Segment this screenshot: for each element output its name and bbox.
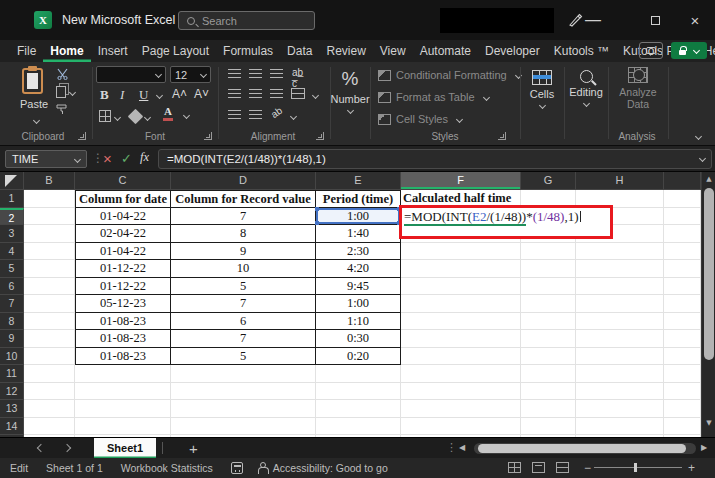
tab-options-dots[interactable]: ⋮ xyxy=(446,441,457,454)
cell-I3[interactable] xyxy=(664,225,701,243)
cell-H6[interactable] xyxy=(576,278,664,296)
cell-E6[interactable]: 9:45 xyxy=(316,278,401,296)
sheet-tab-sheet1[interactable]: Sheet1 xyxy=(94,438,156,459)
row-header-1[interactable]: 1 xyxy=(0,190,24,208)
cell-G11[interactable] xyxy=(521,365,576,383)
italic-button[interactable]: I xyxy=(120,87,124,103)
cell-I12[interactable] xyxy=(664,383,701,401)
cell-H12[interactable] xyxy=(576,383,664,401)
cell-C2[interactable]: 01-04-22 xyxy=(75,208,171,226)
cell-G5[interactable] xyxy=(521,260,576,278)
cell-G12[interactable] xyxy=(521,383,576,401)
workbook-statistics-button[interactable]: Workbook Statistics xyxy=(121,462,213,474)
collapse-ribbon-chevron[interactable] xyxy=(695,133,702,140)
scroll-down-arrow-icon[interactable]: ▼ xyxy=(702,419,715,427)
cell-H10[interactable] xyxy=(576,348,664,366)
menu-item-developer[interactable]: Developer xyxy=(478,40,547,62)
horizontal-scrollbar-thumb[interactable] xyxy=(478,444,686,453)
cell-D4[interactable]: 9 xyxy=(171,243,316,261)
cell-D10[interactable]: 5 xyxy=(171,348,316,366)
cell-I14[interactable] xyxy=(664,418,701,436)
cell-E13[interactable] xyxy=(316,400,401,418)
next-sheet-arrow[interactable] xyxy=(63,444,71,452)
cell-B5[interactable] xyxy=(24,260,75,278)
normal-view-button[interactable] xyxy=(508,462,521,473)
menu-item-kutools[interactable]: Kutools ™ xyxy=(547,40,616,62)
col-header-C[interactable]: C xyxy=(75,172,171,190)
cell-B8[interactable] xyxy=(24,313,75,331)
cell-F7[interactable] xyxy=(401,295,521,313)
cut-icon[interactable] xyxy=(56,68,69,80)
borders-icon[interactable] xyxy=(99,110,111,122)
cell-E4[interactable]: 2:30 xyxy=(316,243,401,261)
cell-B6[interactable] xyxy=(24,278,75,296)
cell-B4[interactable] xyxy=(24,243,75,261)
menu-item-page-layout[interactable]: Page Layout xyxy=(135,40,216,62)
cell-F10[interactable] xyxy=(401,348,521,366)
share-button[interactable] xyxy=(671,42,707,59)
cell-C1[interactable]: Column for date xyxy=(75,190,171,208)
cell-B10[interactable] xyxy=(24,348,75,366)
close-button[interactable]: × xyxy=(680,8,710,32)
cell-E11[interactable] xyxy=(316,365,401,383)
cell-C11[interactable] xyxy=(75,365,171,383)
menu-item-insert[interactable]: Insert xyxy=(91,40,135,62)
cell-E9[interactable]: 0:30 xyxy=(316,330,401,348)
row-header-4[interactable]: 4 xyxy=(0,243,24,261)
analyze-data-button[interactable]: Analyze Data xyxy=(612,67,664,110)
cell-B14[interactable] xyxy=(24,418,75,436)
row-header-2[interactable]: 2 xyxy=(0,208,24,226)
zoom-slider[interactable] xyxy=(594,467,682,468)
row-header-8[interactable]: 8 xyxy=(0,313,24,331)
excel-app-icon[interactable]: X xyxy=(34,11,52,29)
decrease-font-size-button[interactable]: A˅ xyxy=(194,87,209,101)
col-header-D[interactable]: D xyxy=(171,172,316,190)
cell-D7[interactable]: 7 xyxy=(171,295,316,313)
row-header-10[interactable]: 10 xyxy=(0,348,24,366)
cell-D3[interactable]: 8 xyxy=(171,225,316,243)
zoom-out-button[interactable]: − xyxy=(584,461,591,475)
font-color-icon[interactable]: A xyxy=(163,106,173,121)
menu-item-view[interactable]: View xyxy=(373,40,413,62)
cell-H13[interactable] xyxy=(576,400,664,418)
cell-I8[interactable] xyxy=(664,313,701,331)
cell-I7[interactable] xyxy=(664,295,701,313)
cell-G6[interactable] xyxy=(521,278,576,296)
name-box[interactable]: TIME xyxy=(5,150,87,168)
cell-B13[interactable] xyxy=(24,400,75,418)
format-painter-icon[interactable] xyxy=(56,104,67,115)
row-header-5[interactable]: 5 xyxy=(0,260,24,278)
cell-I13[interactable] xyxy=(664,400,701,418)
display-settings-icon[interactable] xyxy=(231,462,243,474)
alignment-dialog-launcher[interactable] xyxy=(316,132,324,140)
cell-G7[interactable] xyxy=(521,295,576,313)
col-header-E[interactable]: E xyxy=(316,172,401,190)
cell-G14[interactable] xyxy=(521,418,576,436)
row-header-12[interactable]: 12 xyxy=(0,383,24,401)
font-size-combo[interactable]: 12 xyxy=(170,66,211,83)
cell-I9[interactable] xyxy=(664,330,701,348)
col-header-B[interactable]: B xyxy=(24,172,75,190)
cell-I1[interactable] xyxy=(664,190,701,208)
cell-I5[interactable] xyxy=(664,260,701,278)
cell-D13[interactable] xyxy=(171,400,316,418)
cell-H9[interactable] xyxy=(576,330,664,348)
increase-font-size-button[interactable]: A˄ xyxy=(172,87,187,101)
vertical-scrollbar-thumb[interactable] xyxy=(704,188,714,360)
cell-E12[interactable] xyxy=(316,383,401,401)
menu-item-automate[interactable]: Automate xyxy=(413,40,478,62)
comments-button[interactable] xyxy=(639,42,663,59)
cell-D6[interactable]: 5 xyxy=(171,278,316,296)
cell-B11[interactable] xyxy=(24,365,75,383)
cell-B7[interactable] xyxy=(24,295,75,313)
page-break-view-button[interactable] xyxy=(556,462,569,473)
editing-button[interactable]: Editing xyxy=(566,70,606,106)
cell-C14[interactable] xyxy=(75,418,171,436)
row-header-9[interactable]: 9 xyxy=(0,330,24,348)
cell-E10[interactable]: 0:20 xyxy=(316,348,401,366)
cell-G13[interactable] xyxy=(521,400,576,418)
cell-H4[interactable] xyxy=(576,243,664,261)
cell-E7[interactable]: 1:00 xyxy=(316,295,401,313)
horizontal-scrollbar[interactable] xyxy=(474,443,696,454)
row-header-11[interactable]: 11 xyxy=(0,365,24,383)
